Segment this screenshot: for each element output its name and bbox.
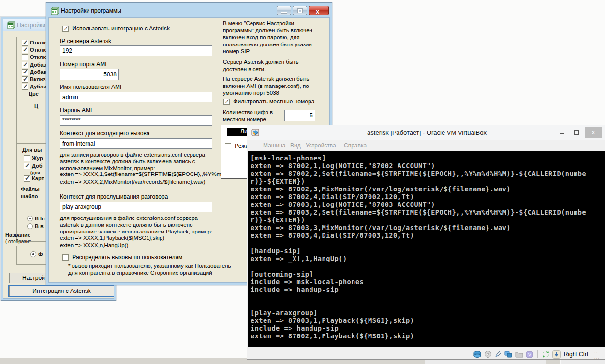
asterisk-integration-tab-button[interactable]: Интеграция с Asterisk: [9, 286, 114, 296]
settings-app-icon: [50, 6, 59, 15]
radio-v[interactable]: В в: [27, 223, 44, 230]
restore-button[interactable]: [293, 6, 307, 15]
vbox-minimize-button[interactable]: [555, 127, 569, 138]
virtualbox-window: asterisk [Работает] - Oracle VM VirtualB…: [247, 125, 605, 360]
console-line: r)}-${EXTEN}): [251, 216, 605, 224]
console-line: exten => 87002,3,MixMonitor(/var/log/ast…: [251, 185, 605, 193]
filter-local-numbers-checkbox[interactable]: Фильтровать местные номера: [223, 98, 314, 105]
back-checkbox-row[interactable]: Дубли: [22, 84, 46, 90]
console-line: r)}-${EXTEN}): [251, 177, 605, 185]
back-window-title: Настройки: [17, 22, 45, 29]
help-paragraph-2: Сервер Asterisk должен быть доступен в с…: [223, 58, 330, 73]
network-icon[interactable]: [504, 350, 513, 358]
section-title: Для вы: [22, 147, 42, 153]
back-checkbox-row[interactable]: Включ: [22, 76, 47, 83]
close-icon: x: [592, 129, 595, 136]
vbox-titlebar[interactable]: asterisk [Работает] - Oracle VM VirtualB…: [247, 125, 605, 140]
console-line: exten => 87003,1,Log(NOTICE,"87003 ACCOU…: [251, 201, 605, 208]
console-line: exten => 87003,4,Dial(SIP/87003,120,Tt): [251, 232, 605, 239]
svg-text:V: V: [528, 352, 531, 357]
use-integration-checkbox[interactable]: Использовать интеграцию с Asterisk: [62, 25, 170, 32]
name-label: Название: [5, 232, 30, 238]
menu-view[interactable]: Вид: [290, 142, 301, 149]
back-checkbox-row[interactable]: Добав: [22, 62, 46, 69]
back-checkbox-row[interactable]: Добав: [22, 69, 46, 76]
color-label-2: Ц: [34, 103, 38, 109]
back-checkbox-row[interactable]: Отклю: [22, 54, 47, 61]
vbox-statusbar: V Right Ctrl .....: [247, 347, 605, 359]
console-line: exten => _X!,1,HangUp(): [251, 255, 605, 262]
ip-input[interactable]: [60, 45, 212, 56]
username-input[interactable]: [60, 92, 212, 102]
menu-devices[interactable]: Устройства: [306, 142, 336, 149]
vbox-maximize-button[interactable]: [570, 127, 583, 138]
close-icon: x: [316, 8, 319, 15]
minimize-icon: [560, 133, 564, 134]
add-checkbox[interactable]: Доб: [24, 163, 42, 170]
restore-icon: [298, 9, 302, 13]
password-input[interactable]: [60, 115, 212, 126]
dialog-titlebar[interactable]: Настройки программы x: [48, 5, 330, 17]
host-key-label: Right Ctrl: [564, 351, 588, 358]
menu-machine[interactable]: Машина: [263, 142, 285, 149]
ip-label: IP сервера Asterisk: [60, 38, 111, 44]
vbox-close-button[interactable]: x: [585, 127, 602, 138]
play-code-1: exten => XXXX,1,Playback(${MSG1},skip): [60, 235, 164, 241]
hdd-icon[interactable]: [473, 350, 482, 358]
pencil-icon[interactable]: [494, 350, 502, 358]
out-context-input[interactable]: [60, 138, 212, 149]
username-label: Имя пользователя AMI: [60, 84, 121, 90]
console-line: [251, 293, 605, 301]
console-line: exten => 87002,1,Playback(${MSG1},skip): [251, 332, 605, 340]
console-line: exten => 87003,1,Playback(${MSG1},skip): [251, 317, 605, 324]
mouse-integration-icon[interactable]: [542, 350, 550, 358]
console-line: [msk-local-phones]: [251, 154, 605, 162]
distribute-note: * вызов приходит пользователю, указанном…: [68, 262, 231, 276]
menu-help[interactable]: Справка: [344, 142, 367, 149]
cd-icon[interactable]: [484, 350, 492, 358]
name-note: ( отобразит: [5, 239, 31, 244]
add-note: (для: [30, 170, 40, 175]
console-line: exten => 87002,2,Set(filename=${STRFTIME…: [251, 170, 605, 177]
back-checkbox-row[interactable]: Отклю: [22, 40, 47, 46]
console-line: [251, 301, 605, 309]
digits-input[interactable]: [284, 110, 315, 121]
port-label: Номер порта AMI: [60, 61, 107, 68]
resize-grip-icon[interactable]: .....: [594, 349, 600, 360]
settings-app-icon: [7, 21, 15, 29]
dialog-title: Настройки программы: [61, 7, 121, 14]
help-paragraph-1: В меню "Сервис-Настройки программы" долж…: [223, 20, 330, 55]
minimize-button[interactable]: [277, 6, 291, 15]
host-key-icon[interactable]: [552, 350, 561, 359]
console-line: exten => 87002,4,Dial(SIP/87002,120,Tt): [251, 193, 605, 201]
console-line: [outcoming-sip]: [251, 270, 605, 278]
folder-icon[interactable]: [515, 350, 523, 358]
play-code-2: exten => XXXX,n,HangUp(): [60, 242, 128, 248]
record-code-2: exten => XXXX,2,MixMonitor(/var/records/…: [60, 179, 205, 185]
journal-checkbox[interactable]: Жур: [24, 155, 43, 162]
statusbar-separator: [537, 350, 538, 358]
vbox-title: asterisk [Работает] - Oracle VM VirtualB…: [247, 129, 605, 136]
console-line: exten => 87002,1,Log(NOTICE,"87002 ACCOU…: [251, 162, 605, 170]
console-line: [handup-sip]: [251, 247, 605, 255]
close-button[interactable]: x: [309, 6, 329, 15]
card-checkbox[interactable]: Карт: [24, 175, 44, 182]
out-context-label: Контекст для исходящего вызова: [60, 130, 149, 137]
console-line: include => handup-sip: [251, 286, 605, 293]
console-line: exten => 87003,3,MixMonitor(/var/log/ast…: [251, 224, 605, 232]
distribute-calls-checkbox[interactable]: Распределять вызовы по пользователям: [62, 254, 182, 261]
console-line: [251, 239, 605, 247]
port-input[interactable]: [60, 69, 119, 80]
radio-in[interactable]: В In: [27, 216, 45, 222]
digits-label: Количество цифр в местном номере: [223, 109, 286, 123]
console-line: include => msk-local-phones: [251, 278, 605, 286]
color-label: Цве: [29, 91, 39, 97]
minimize-icon: [281, 12, 287, 13]
console-line: [play-araxgroup]: [251, 309, 605, 317]
video-capture-icon[interactable]: V: [526, 350, 533, 358]
play-context-input[interactable]: [60, 202, 212, 212]
back-checkbox-row[interactable]: Отклю: [22, 47, 47, 54]
files-label: Файлы: [21, 186, 40, 192]
radio-f[interactable]: Ф: [30, 251, 43, 258]
vm-console[interactable]: [msk-local-phones] exten => 87002,1,Log(…: [248, 151, 605, 347]
